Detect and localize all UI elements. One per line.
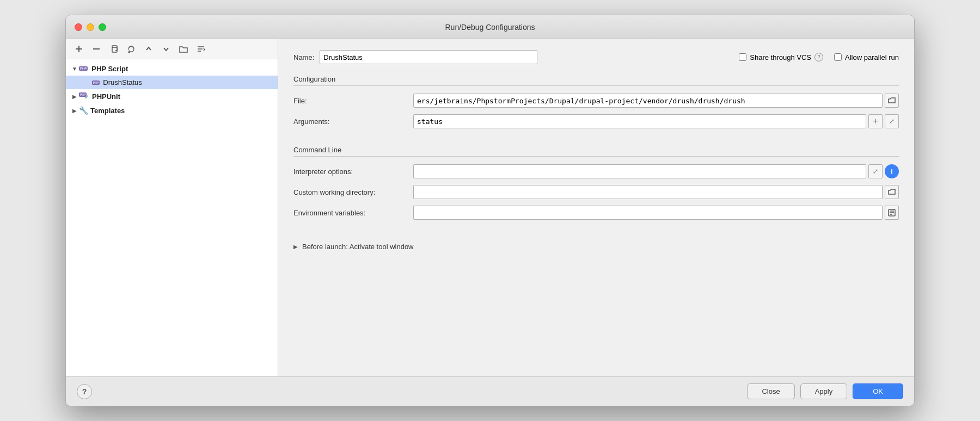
dialog-title: Run/Debug Configurations [445, 23, 535, 32]
ok-button[interactable]: OK [853, 383, 903, 399]
close-button[interactable]: Close [747, 383, 794, 399]
move-up-button[interactable] [141, 42, 156, 55]
file-input-wrap [413, 94, 899, 108]
drush-status-label: DrushStatus [103, 78, 142, 86]
svg-rect-3 [112, 47, 117, 52]
interpreter-options-label: Interpreter options: [293, 168, 413, 176]
arguments-expand-button[interactable]: ⤢ [885, 114, 899, 128]
env-variables-label: Environment variables: [293, 209, 413, 217]
arguments-input-wrap: + ⤢ [413, 114, 899, 128]
wrench-icon: 🔧 [79, 106, 88, 115]
config-toolbar [66, 39, 278, 59]
before-launch-arrow-icon: ▶ [293, 244, 298, 250]
configuration-section: Configuration File: Arguments: + [293, 75, 899, 135]
wrench-button[interactable] [124, 42, 139, 55]
interpreter-info-button[interactable]: i [885, 164, 899, 178]
env-variables-input[interactable] [413, 206, 883, 220]
templates-label: Templates [90, 107, 125, 115]
apply-button[interactable]: Apply [800, 383, 848, 399]
remove-config-button[interactable] [89, 42, 104, 55]
move-down-button[interactable] [158, 42, 174, 55]
config-tree: ▼ PHP PHP Script PHP DrushStatus ▶ [66, 59, 278, 376]
expand-templates-arrow: ▶ [70, 106, 79, 115]
file-input[interactable] [413, 94, 883, 108]
title-bar: Run/Debug Configurations [66, 15, 914, 39]
share-vcs-row: Share through VCS ? [739, 53, 823, 61]
interpreter-expand-button[interactable]: ⤢ [868, 164, 883, 178]
tree-group-templates[interactable]: ▶ 🔧 Templates [66, 103, 278, 117]
arguments-row: Arguments: + ⤢ [293, 114, 899, 128]
main-content: ▼ PHP PHP Script PHP DrushStatus ▶ [66, 39, 914, 376]
name-field-label: Name: [293, 53, 314, 61]
command-line-header: Command Line [293, 146, 899, 157]
arguments-input[interactable] [413, 114, 866, 128]
allow-parallel-label: Allow parallel run [845, 53, 899, 61]
allow-parallel-row: Allow parallel run [834, 53, 899, 61]
working-dir-row: Custom working directory: [293, 185, 899, 199]
file-row: File: [293, 94, 899, 108]
share-vcs-help-icon[interactable]: ? [814, 53, 823, 61]
php-script-label: PHP Script [91, 65, 128, 73]
left-panel: ▼ PHP PHP Script PHP DrushStatus ▶ [66, 39, 278, 376]
name-input[interactable] [320, 50, 537, 64]
before-launch-label: Before launch: Activate tool window [302, 243, 414, 251]
phpunit-label: PHPUnit [92, 92, 120, 101]
working-dir-label: Custom working directory: [293, 188, 413, 196]
right-panel: Name: Share through VCS ? Allow parallel… [278, 39, 914, 376]
sort-button[interactable] [193, 42, 209, 55]
before-launch-row[interactable]: ▶ Before launch: Activate tool window [293, 243, 899, 251]
allow-parallel-checkbox[interactable] [834, 53, 842, 61]
env-variables-wrap [413, 206, 899, 220]
expand-phpunit-arrow: ▶ [70, 92, 79, 101]
php-small-badge-icon: PHP [92, 81, 100, 85]
maximize-window-button[interactable] [99, 23, 106, 31]
action-buttons: Close Apply OK [747, 383, 903, 399]
tree-group-phpunit[interactable]: ▶ PHP ✓ PHPUnit [66, 89, 278, 103]
share-vcs-label: Share through VCS [750, 53, 811, 61]
window-controls [75, 23, 106, 31]
env-variables-edit-button[interactable] [885, 206, 899, 220]
tree-item-drush-status[interactable]: PHP DrushStatus [66, 76, 278, 89]
configuration-header: Configuration [293, 75, 899, 86]
expand-php-script-arrow: ▼ [70, 64, 79, 73]
working-dir-wrap [413, 185, 899, 199]
add-config-button[interactable] [71, 42, 87, 55]
bottom-bar: ? Close Apply OK [66, 376, 914, 406]
phpunit-icon: PHP ✓ [79, 92, 89, 100]
working-dir-input[interactable] [413, 185, 883, 199]
interpreter-options-row: Interpreter options: ⤢ i [293, 164, 899, 178]
env-variables-row: Environment variables: [293, 206, 899, 220]
arguments-label: Arguments: [293, 117, 413, 126]
copy-config-button[interactable] [106, 42, 121, 55]
interpreter-options-wrap: ⤢ i [413, 164, 899, 178]
php-badge-icon: PHP [79, 66, 88, 71]
working-dir-browse-button[interactable] [885, 185, 899, 199]
file-browse-button[interactable] [885, 94, 899, 108]
command-line-section: Command Line Interpreter options: ⤢ i Cu… [293, 146, 899, 226]
tree-group-php-script[interactable]: ▼ PHP PHP Script [66, 61, 278, 76]
folder-button[interactable] [176, 42, 191, 55]
close-window-button[interactable] [75, 23, 82, 31]
help-button[interactable]: ? [77, 384, 92, 399]
file-label: File: [293, 97, 413, 105]
name-row: Name: Share through VCS ? Allow parallel… [293, 50, 899, 64]
interpreter-options-input[interactable] [413, 164, 866, 178]
minimize-window-button[interactable] [87, 23, 94, 31]
run-debug-dialog: Run/Debug Configurations [65, 15, 915, 406]
arguments-add-button[interactable]: + [868, 114, 883, 128]
share-vcs-checkbox[interactable] [739, 53, 746, 61]
